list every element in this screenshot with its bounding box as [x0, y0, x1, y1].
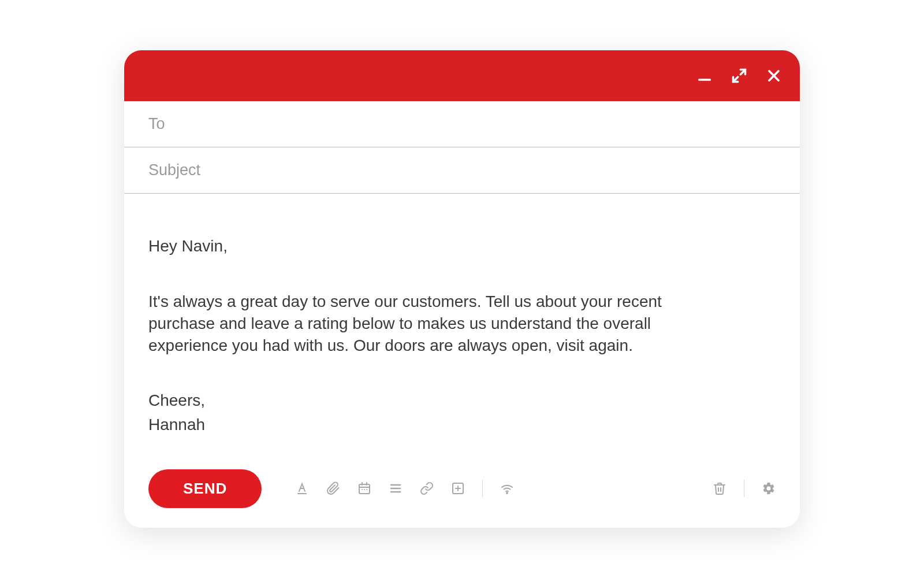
list-icon[interactable]: [389, 481, 403, 495]
footer-divider: [744, 480, 744, 497]
svg-point-20: [506, 492, 508, 494]
text-color-icon[interactable]: [295, 481, 309, 495]
trash-icon[interactable]: [713, 481, 726, 495]
add-box-icon[interactable]: [451, 481, 465, 495]
subject-input[interactable]: [148, 161, 776, 179]
expand-icon[interactable]: [731, 67, 748, 84]
minimize-icon[interactable]: [696, 67, 713, 84]
paperclip-icon[interactable]: [326, 481, 340, 495]
body-signature: Hannah: [148, 414, 776, 436]
to-field-row: [124, 101, 800, 147]
subject-field-row: [124, 147, 800, 194]
gear-icon[interactable]: [762, 481, 776, 495]
email-body[interactable]: Hey Navin, It's always a great day to se…: [124, 194, 800, 459]
send-button[interactable]: SEND: [148, 469, 262, 508]
close-icon[interactable]: [765, 67, 783, 84]
footer-right-icons: [713, 480, 776, 497]
to-input[interactable]: [148, 115, 776, 133]
body-main: It's always a great day to serve our cus…: [148, 291, 680, 356]
compose-footer: SEND: [124, 459, 800, 528]
compose-window: Hey Navin, It's always a great day to se…: [124, 50, 800, 528]
toolbar-divider: [482, 480, 483, 497]
wifi-icon[interactable]: [500, 481, 514, 495]
formatting-toolbar: [295, 480, 514, 497]
body-signoff: Cheers,: [148, 390, 776, 412]
titlebar: [124, 50, 800, 101]
link-icon[interactable]: [420, 481, 434, 495]
calendar-icon[interactable]: [357, 481, 371, 495]
body-greeting: Hey Navin,: [148, 235, 776, 257]
